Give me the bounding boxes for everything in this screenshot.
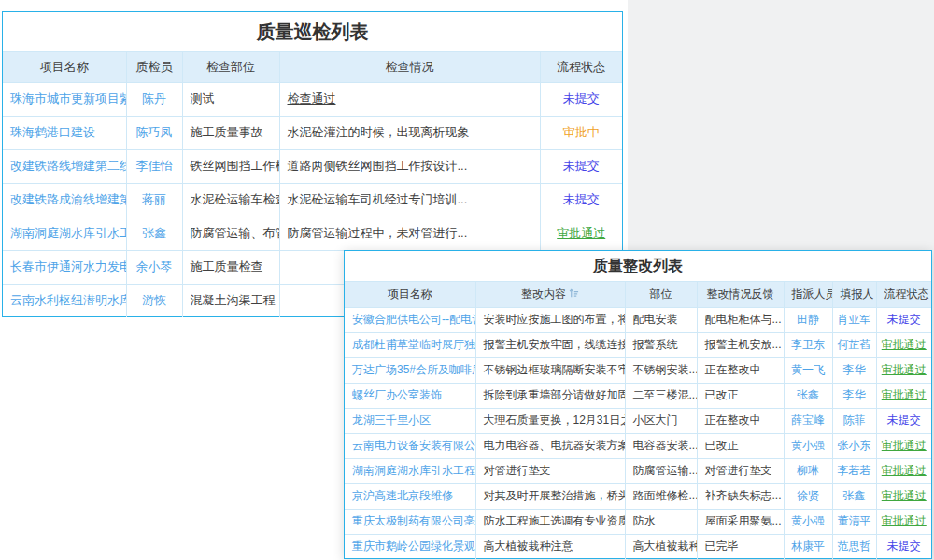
reporter-link[interactable]: 范思哲 — [838, 539, 871, 553]
project-link[interactable]: 重庆市鹅岭公园绿化景观提升... — [352, 539, 475, 553]
rectify-feedback: 对管进行垫支 — [697, 458, 784, 483]
rectify-feedback: 报警主机安放... — [697, 332, 784, 357]
project-link[interactable]: 龙湖三千里小区 — [352, 413, 431, 427]
table-row: 重庆市鹅岭公园绿化景观提升... 高大植被栽种注意 高大植被栽种 已完毕 林康平… — [345, 534, 931, 559]
status-link[interactable]: 审批通过 — [882, 514, 927, 527]
column-header-content[interactable]: 整改内容 — [475, 282, 625, 307]
inspection-situation-link[interactable]: 检查通过 — [288, 91, 336, 105]
table-row: 湖南洞庭湖水库引水工... 张鑫 防腐管运输、布管 防腐管运输过程中，未对管进行… — [3, 217, 622, 250]
status-link[interactable]: 审批通过 — [882, 439, 927, 452]
column-header-reporter: 填报人 — [832, 282, 876, 307]
project-link[interactable]: 改建铁路线增建第二线... — [10, 159, 126, 173]
project-link[interactable]: 成都杜甫草堂临时展厅独立展... — [352, 338, 475, 351]
inspector-link[interactable]: 蒋丽 — [142, 192, 166, 206]
reporter-link[interactable]: 董清平 — [838, 514, 871, 527]
project-link[interactable]: 珠海市城市更新项目紫... — [10, 91, 126, 105]
assignee-link[interactable]: 徐贤 — [797, 489, 819, 502]
rectify-content: 高大植被栽种注意 — [475, 534, 625, 559]
assignee-link[interactable]: 黄小强 — [791, 439, 825, 452]
column-header-feedback: 整改情况反馈 — [697, 282, 784, 307]
inspection-part: 水泥砼运输车检查 — [182, 183, 279, 217]
column-header-situation: 检查情况 — [279, 52, 540, 82]
rectify-feedback: 正在整改中 — [697, 357, 784, 383]
inspection-situation: 水泥砼灌注的时候，出现离析现象 — [279, 116, 540, 149]
project-link[interactable]: 万达广场35#会所及咖啡厅空... — [352, 363, 475, 376]
table-row: 京沪高速北京段维修 对其及时开展整治措施，桥头... 路面维修检... 补齐缺失… — [345, 483, 931, 509]
reporter-link[interactable]: 张鑫 — [843, 489, 866, 502]
status-text: 未提交 — [563, 91, 600, 105]
rectify-part: 小区大门 — [625, 408, 697, 433]
project-link[interactable]: 改建铁路成渝线增建第... — [10, 192, 126, 206]
column-header-part: 部位 — [625, 282, 697, 307]
table-row: 龙湖三千里小区 大理石质量更换，12月31日之... 小区大门 正在整改中 薛宝… — [345, 408, 931, 433]
inspection-part: 施工质量检查 — [182, 250, 279, 284]
rectify-part: 路面维修检... — [625, 483, 697, 509]
status-text: 未提交 — [887, 539, 921, 553]
assignee-link[interactable]: 张鑫 — [797, 388, 819, 401]
reporter-link[interactable]: 李若若 — [838, 464, 871, 477]
assignee-link[interactable]: 李卫东 — [791, 338, 825, 351]
assignee-link[interactable]: 柳琳 — [797, 464, 819, 477]
column-header-part: 检查部位 — [182, 52, 279, 82]
table-row: 云南电力设备安装有限公司20... 电力电容器、电抗器安装方案... 电容器安装… — [345, 433, 931, 458]
inspector-link[interactable]: 张鑫 — [142, 226, 166, 240]
status-link[interactable]: 审批通过 — [882, 464, 927, 477]
table-row: 改建铁路成渝线增建第... 蒋丽 水泥砼运输车检查 水泥砼运输车司机经过专门培训… — [3, 183, 622, 217]
project-link[interactable]: 云南电力设备安装有限公司20... — [352, 439, 475, 452]
status-link[interactable]: 审批通过 — [882, 489, 927, 502]
rectify-feedback: 配电柜柜体与... — [697, 307, 784, 332]
rectify-content: 对其及时开展整治措施，桥头... — [475, 483, 625, 509]
column-header-status: 流程状态 — [540, 52, 622, 82]
rectify-feedback: 正在整改中 — [697, 408, 784, 433]
rectify-feedback: 屋面采用聚氨... — [697, 509, 784, 534]
rectify-part: 二至三楼混... — [625, 383, 697, 408]
column-header-status: 流程状态 — [876, 282, 931, 307]
inspection-part: 施工质量事故 — [182, 116, 279, 149]
project-link[interactable]: 云南水利枢纽潜明水库... — [10, 293, 126, 307]
project-link[interactable]: 长春市伊通河水力发电... — [10, 259, 126, 273]
assignee-link[interactable]: 薛宝峰 — [791, 413, 825, 427]
rectify-content: 大理石质量更换，12月31日之... — [475, 408, 625, 433]
table-row: 改建铁路线增建第二线... 李佳怡 铁丝网围挡工作检查 道路两侧铁丝网围挡工作按… — [3, 149, 622, 183]
assignee-link[interactable]: 林康平 — [791, 539, 825, 553]
inspector-link[interactable]: 李佳怡 — [136, 159, 173, 173]
rectify-part: 防水 — [625, 509, 697, 534]
table-row: 螺丝厂办公室装饰 拆除到承重墙部分请做好加固... 二至三楼混... 已改正 张… — [345, 383, 931, 408]
reporter-link[interactable]: 李华 — [843, 388, 866, 401]
table-row: 万达广场35#会所及咖啡厅空... 不锈钢边框玻璃隔断安装不牢... 不锈钢安装… — [345, 357, 931, 383]
assignee-link[interactable]: 黄小强 — [791, 514, 825, 527]
sort-amount-icon[interactable] — [569, 288, 579, 299]
inspector-link[interactable]: 余小琴 — [136, 259, 173, 273]
assignee-link[interactable]: 黄一飞 — [791, 363, 825, 376]
project-link[interactable]: 珠海鹤港口建设 — [10, 125, 95, 139]
assignee-link[interactable]: 田静 — [797, 313, 819, 326]
project-link[interactable]: 螺丝厂办公室装饰 — [352, 388, 442, 401]
status-link[interactable]: 审批通过 — [882, 338, 927, 351]
rectify-feedback: 已改正 — [697, 383, 784, 408]
rectify-content: 安装时应按施工图的布置，将... — [475, 307, 625, 332]
rectify-part: 防腐管运输... — [625, 458, 697, 483]
reporter-link[interactable]: 肖亚军 — [838, 313, 871, 326]
project-link[interactable]: 京沪高速北京段维修 — [352, 489, 453, 502]
reporter-link[interactable]: 李华 — [843, 363, 866, 376]
status-text: 未提交 — [887, 413, 921, 427]
rectify-part: 不锈钢安装... — [625, 357, 697, 383]
project-link[interactable]: 重庆太极制药有限公司亳州中... — [352, 514, 475, 527]
project-link[interactable]: 湖南洞庭湖水库引水工... — [10, 226, 126, 240]
reporter-link[interactable]: 陈菲 — [843, 413, 866, 427]
inspection-situation: 水泥砼运输车司机经过专门培训... — [279, 183, 540, 217]
column-header-assignee: 指派人员 — [784, 282, 832, 307]
status-link[interactable]: 审批通过 — [557, 226, 605, 240]
project-link[interactable]: 安徽合肥供电公司--配电设备... — [352, 313, 475, 326]
inspector-link[interactable]: 游恢 — [142, 293, 166, 307]
status-link[interactable]: 审批通过 — [882, 363, 927, 376]
reporter-link[interactable]: 何芷萏 — [838, 338, 871, 351]
table-row: 重庆太极制药有限公司亳州中... 防水工程施工选调有专业资质... 防水 屋面采… — [345, 509, 931, 534]
table-row: 珠海市城市更新项目紫... 陈丹 测试 检查通过 未提交 — [3, 82, 622, 116]
reporter-link[interactable]: 张小东 — [838, 439, 871, 452]
project-link[interactable]: 湖南洞庭湖水库引水工程施工标 — [352, 464, 475, 477]
status-text: 未提交 — [887, 313, 921, 326]
status-link[interactable]: 审批通过 — [882, 388, 927, 401]
inspector-link[interactable]: 陈丹 — [142, 91, 166, 105]
inspector-link[interactable]: 陈巧凤 — [136, 125, 173, 139]
